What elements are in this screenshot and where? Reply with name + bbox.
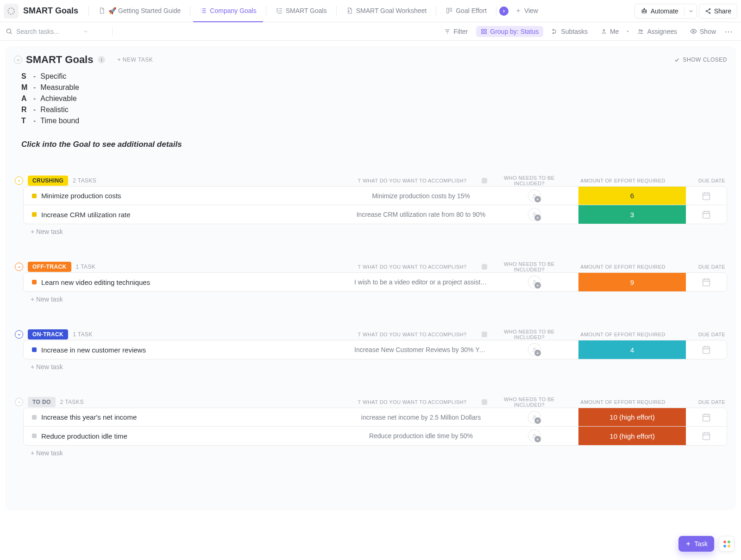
smart-word: Realistic (40, 106, 68, 114)
more-icon[interactable]: ⋯ (724, 26, 734, 37)
groupby-button[interactable]: Group by: Status (476, 26, 543, 37)
col-effort: AMOUNT OF EFFORT REQUIRED (570, 264, 676, 270)
me-button[interactable]: Me (596, 26, 623, 37)
col-who: WHO NEEDS TO BE INCLUDED? (482, 329, 570, 340)
task-row[interactable]: Increase in new customer reviewsIncrease… (24, 340, 727, 359)
status-group-crushing: CRUSHING2 TASKSTWHAT DO YOU WANT TO ACCO… (14, 175, 727, 235)
effort-cell[interactable]: 4 (578, 340, 686, 359)
assignee-add-icon[interactable] (528, 208, 541, 221)
list-title: SMART Goals (26, 54, 93, 66)
show-button[interactable]: Show (685, 26, 721, 37)
task-row[interactable]: Reduce production idle timeReduce produc… (24, 427, 727, 445)
status-chip[interactable]: TO DO (28, 397, 56, 407)
view-tab[interactable]: SMART Goal Worksheet (339, 0, 433, 22)
assignee-add-icon[interactable] (528, 429, 541, 442)
more-views-icon[interactable] (499, 6, 509, 16)
group-icon (481, 28, 487, 35)
filter-button[interactable]: Filter (440, 26, 472, 37)
svg-point-45 (534, 213, 535, 214)
effort-cell[interactable]: 9 (578, 273, 686, 291)
svg-point-0 (8, 8, 14, 14)
assignee-add-icon[interactable] (528, 189, 541, 202)
view-tab[interactable]: Company Goals (193, 0, 263, 22)
group-toggle-icon[interactable] (15, 398, 23, 406)
col-who: WHO NEEDS TO BE INCLUDED? (482, 175, 570, 186)
smart-word: Specific (40, 72, 66, 81)
task-row[interactable]: Increase this year's net incomeincrease … (24, 408, 727, 427)
task-row[interactable]: Minimize production costsMinimize produc… (24, 187, 727, 205)
new-task-row[interactable]: + New task (31, 296, 727, 303)
group-toggle-icon[interactable] (15, 176, 23, 185)
subtasks-button[interactable]: Subtasks (547, 26, 592, 37)
share-button[interactable]: Share (699, 4, 737, 19)
info-icon[interactable]: i (98, 56, 105, 63)
col-who: WHO NEEDS TO BE INCLUDED? (482, 396, 570, 408)
group-header: ON-TRACK1 TASKTWHAT DO YOU WANT TO ACCOM… (14, 329, 727, 340)
svg-line-26 (10, 32, 12, 34)
group-header: OFF-TRACK1 TASKTWHAT DO YOU WANT TO ACCO… (14, 261, 727, 272)
new-task-row[interactable]: + New task (31, 449, 727, 457)
filter-label: Filter (453, 28, 468, 35)
assignee-add-icon[interactable] (528, 343, 541, 356)
smart-letter: M (21, 83, 29, 92)
group-toggle-icon[interactable] (15, 330, 23, 339)
calendar-icon[interactable] (701, 345, 711, 355)
smart-word: Achievable (40, 94, 76, 103)
tab-label: 🚀 Getting Started Guide (108, 7, 181, 14)
accomplish-cell: increase net income by 2.5 Million Dolla… (352, 414, 490, 421)
task-rows: Learn new video editing techniquesI wish… (23, 272, 727, 292)
calendar-icon[interactable] (701, 209, 711, 220)
show-closed-button[interactable]: SHOW CLOSED (674, 57, 727, 63)
effort-cell[interactable]: 6 (578, 187, 686, 205)
chevron-down-icon[interactable] (688, 8, 694, 14)
effort-cell[interactable]: 10 (high effort) (578, 427, 686, 445)
smart-word: Time bound (40, 117, 79, 125)
collapse-list-icon[interactable] (14, 56, 22, 64)
svg-rect-31 (484, 29, 486, 31)
automate-button[interactable]: Automate (634, 4, 697, 19)
effort-cell[interactable]: 10 (high effort) (578, 408, 686, 426)
task-title: Increase in new customer reviews (41, 346, 146, 354)
status-chip[interactable]: CRUSHING (28, 176, 68, 186)
svg-rect-30 (482, 29, 484, 31)
calendar-icon[interactable] (701, 277, 711, 287)
view-tab[interactable]: SMART Goals (269, 0, 333, 22)
status-group-offtrack: OFF-TRACK1 TASKTWHAT DO YOU WANT TO ACCO… (14, 261, 727, 303)
subtask-icon (552, 28, 558, 35)
svg-rect-11 (447, 8, 449, 13)
svg-point-39 (693, 31, 694, 32)
task-count: 1 TASK (73, 331, 93, 338)
add-view-button[interactable]: View (510, 0, 543, 22)
view-tab[interactable]: Goal Effort (439, 0, 493, 22)
new-task-head-button[interactable]: + NEW TASK (117, 57, 153, 63)
status-square-icon (32, 434, 37, 438)
status-chip[interactable]: ON-TRACK (28, 329, 68, 340)
new-task-row[interactable]: + New task (31, 363, 727, 371)
assignees-button[interactable]: Assignees (632, 26, 682, 37)
accomplish-cell: Minimize production costs by 15% (352, 192, 490, 200)
new-task-row[interactable]: + New task (31, 228, 727, 235)
task-row[interactable]: Increase CRM utilization rateIncrease CR… (24, 205, 727, 224)
status-chip[interactable]: OFF-TRACK (28, 262, 71, 272)
show-label: Show (700, 28, 716, 35)
calendar-icon[interactable] (701, 191, 711, 201)
assignee-add-icon[interactable] (528, 411, 541, 424)
app-icon (4, 4, 19, 19)
assignees-label: Assignees (647, 28, 677, 35)
calendar-icon[interactable] (701, 431, 711, 441)
view-tab[interactable]: 🚀 Getting Started Guide (92, 0, 187, 22)
share-label: Share (714, 7, 731, 15)
search-dropdown-icon[interactable] (83, 29, 88, 34)
smart-row: M-Measurable (21, 83, 727, 92)
svg-line-24 (707, 11, 709, 13)
group-toggle-icon[interactable] (15, 263, 23, 271)
people-icon (637, 28, 644, 35)
assignee-add-icon[interactable] (528, 276, 541, 289)
search-input[interactable] (15, 27, 80, 36)
task-row[interactable]: Learn new video editing techniquesI wish… (24, 273, 727, 291)
calendar-icon[interactable] (701, 412, 711, 422)
group-header: TO DO2 TASKSTWHAT DO YOU WANT TO ACCOMPL… (14, 396, 727, 408)
svg-point-10 (349, 11, 350, 12)
effort-cell[interactable]: 3 (578, 205, 686, 224)
subtasks-label: Subtasks (561, 28, 588, 35)
